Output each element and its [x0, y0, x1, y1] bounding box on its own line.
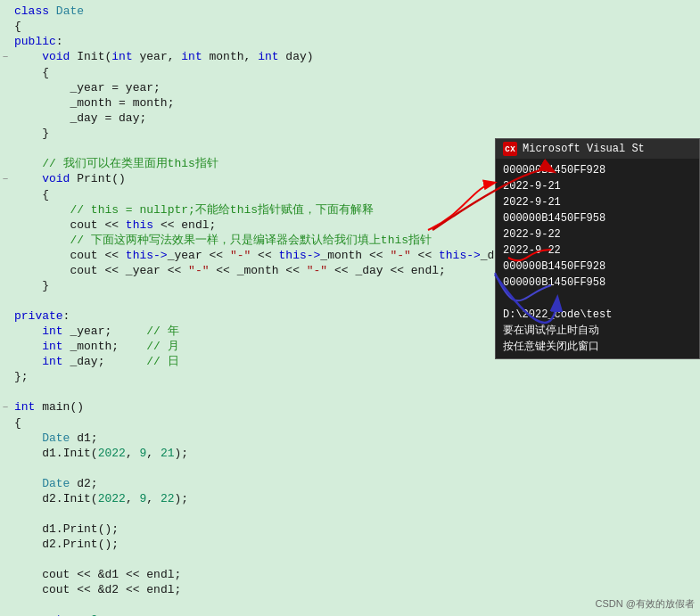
console-line-2: 2022-9-21	[503, 178, 692, 194]
code-line-32: Date d2;	[0, 476, 700, 491]
code-line-34	[0, 506, 700, 522]
code-line-26	[0, 384, 700, 399]
console-line-3: 2022-9-21	[503, 194, 692, 210]
line-content: _day = day;	[11, 111, 700, 126]
console-line-11: 要在调试停止时自动	[503, 323, 692, 339]
code-line-5: {	[0, 65, 700, 80]
code-line-1: class Date	[0, 4, 700, 19]
code-line-31	[0, 461, 700, 476]
line-content: void Init(int year, int month, int day)	[11, 49, 700, 64]
line-content: d2.Print();	[11, 537, 700, 552]
line-content: _year = year;	[11, 80, 700, 95]
code-line-3: public:	[0, 34, 700, 49]
line-content: d1.Print();	[11, 522, 700, 537]
code-line-27: − int main()	[0, 399, 700, 415]
console-line-1: 000000B1450FF928	[503, 162, 692, 178]
fold-marker[interactable]: −	[0, 400, 11, 415]
code-line-28: {	[0, 415, 700, 431]
code-line-36: d2.Print();	[0, 537, 700, 552]
console-app-icon: cx	[503, 142, 517, 156]
main-container: class Date { public: − void Init(int yea…	[0, 0, 700, 616]
watermark: CSDN @有效的放假者	[596, 597, 695, 611]
line-content: {	[11, 415, 700, 431]
console-line-12: 按任意键关闭此窗口	[503, 339, 692, 355]
fold-marker[interactable]: −	[0, 172, 11, 187]
code-line-4: − void Init(int year, int month, int day…	[0, 49, 700, 65]
console-line-6: 2022-9-22	[503, 242, 692, 259]
line-content: public:	[11, 34, 700, 49]
code-line-35: d1.Print();	[0, 522, 700, 537]
code-line-38: cout << &d1 << endl;	[0, 567, 700, 582]
fold-marker[interactable]: −	[0, 50, 11, 65]
line-content: class Date	[11, 4, 700, 19]
line-content: int main()	[11, 399, 700, 415]
code-line-41: return 0;	[0, 612, 700, 616]
code-line-33: d2.Init(2022, 9, 22);	[0, 491, 700, 506]
code-line-2: {	[0, 19, 700, 34]
code-line-6: _year = year;	[0, 80, 700, 95]
console-title: Microsoft Visual St	[523, 143, 645, 155]
console-line-4: 000000B1450FF958	[503, 210, 692, 226]
line-content: _month = month;	[11, 95, 700, 111]
console-body: 000000B1450FF928 2022-9-21 2022-9-21 000…	[496, 159, 699, 358]
line-content: return 0;	[11, 612, 700, 616]
line-content: d1.Init(2022, 9, 21);	[11, 446, 700, 461]
console-line-5: 2022-9-22	[503, 226, 692, 242]
console-line-10: D:\2022_code\test	[503, 307, 692, 323]
console-line-8: 000000B1450FF958	[503, 275, 692, 291]
code-line-29: Date d1;	[0, 431, 700, 446]
console-titlebar: cx Microsoft Visual St	[496, 139, 699, 159]
line-content: Date d2;	[11, 476, 700, 491]
code-line-8: _day = day;	[0, 111, 700, 126]
code-line-39: cout << &d2 << endl;	[0, 582, 700, 597]
line-content: cout << &d1 << endl;	[11, 567, 700, 582]
line-content: Date d1;	[11, 431, 700, 446]
line-content: d2.Init(2022, 9, 22);	[11, 491, 700, 506]
console-window: cx Microsoft Visual St 000000B1450FF928 …	[495, 138, 700, 359]
line-content: {	[11, 65, 700, 80]
console-line-7: 000000B1450FF928	[503, 259, 692, 275]
code-line-30: d1.Init(2022, 9, 21);	[0, 446, 700, 461]
console-line-9	[503, 291, 692, 307]
code-line-25: };	[0, 369, 700, 384]
line-content: cout << &d2 << endl;	[11, 582, 700, 597]
line-content: {	[11, 19, 700, 34]
line-content: };	[11, 369, 700, 384]
code-line-7: _month = month;	[0, 95, 700, 111]
code-line-37	[0, 552, 700, 567]
